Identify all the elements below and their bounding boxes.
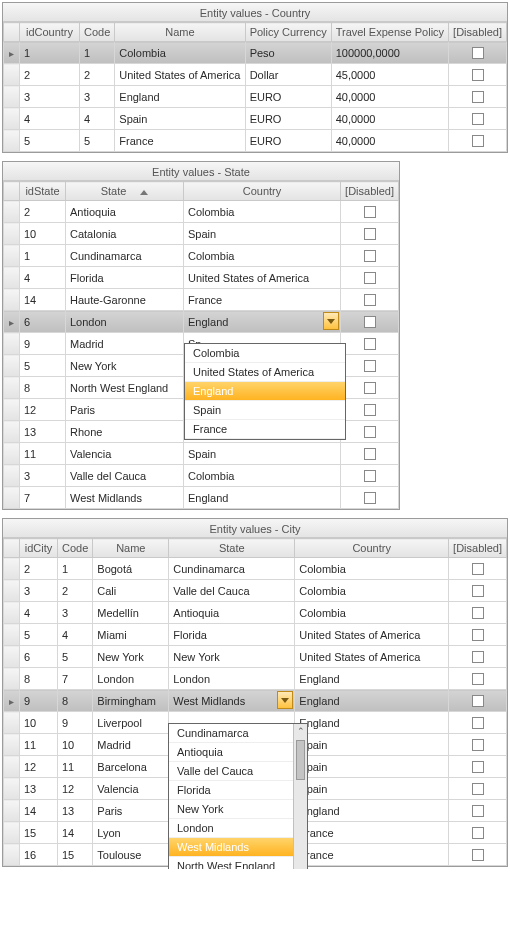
cell-code[interactable]: 12: [58, 778, 93, 800]
table-row[interactable]: 22United States of AmericaDollar45,0000: [4, 64, 507, 86]
row-selector[interactable]: [4, 86, 20, 108]
table-row[interactable]: 21BogotáCundinamarcaColombia: [4, 558, 507, 580]
cell-id[interactable]: 3: [20, 86, 80, 108]
checkbox[interactable]: [472, 47, 484, 59]
cell-code[interactable]: 5: [58, 646, 93, 668]
cell-id[interactable]: 5: [20, 355, 66, 377]
col-disabled[interactable]: [Disabled]: [341, 182, 399, 201]
scroll-down-icon[interactable]: ⌄: [294, 862, 307, 869]
cell-id[interactable]: 14: [20, 289, 66, 311]
cell-country[interactable]: Spain: [184, 443, 341, 465]
scroll-up-icon[interactable]: ⌃: [294, 724, 307, 738]
row-selector[interactable]: [4, 602, 20, 624]
cell-country[interactable]: Spain: [295, 734, 449, 756]
cell-disabled[interactable]: [341, 201, 399, 223]
cell-country[interactable]: France: [295, 822, 449, 844]
cell-code[interactable]: 4: [58, 624, 93, 646]
cell-state[interactable]: Cundinamarca: [66, 245, 184, 267]
cell-state[interactable]: New York: [66, 355, 184, 377]
cell-country[interactable]: England: [184, 311, 341, 333]
dropdown-option[interactable]: France: [185, 420, 345, 439]
cell-disabled[interactable]: [341, 333, 399, 355]
row-selector[interactable]: [4, 624, 20, 646]
cell-state[interactable]: Florida: [66, 267, 184, 289]
cell-id[interactable]: 5: [20, 624, 58, 646]
cell-disabled[interactable]: [449, 800, 507, 822]
col-idcountry[interactable]: idCountry: [20, 23, 80, 42]
cell-disabled[interactable]: [449, 108, 507, 130]
cell-name[interactable]: Cali: [93, 580, 169, 602]
cell-disabled[interactable]: [449, 690, 507, 712]
cell-state[interactable]: Florida: [169, 624, 295, 646]
cell-country[interactable]: Colombia: [184, 245, 341, 267]
dropdown-option[interactable]: West Midlands: [169, 838, 293, 857]
col-code[interactable]: Code: [80, 23, 115, 42]
cell-disabled[interactable]: [449, 756, 507, 778]
checkbox[interactable]: [472, 805, 484, 817]
cell-code[interactable]: 3: [80, 86, 115, 108]
checkbox[interactable]: [472, 69, 484, 81]
cell-id[interactable]: 10: [20, 712, 58, 734]
cell-country[interactable]: Colombia: [184, 465, 341, 487]
row-selector[interactable]: [4, 42, 20, 64]
row-selector[interactable]: [4, 377, 20, 399]
col-idstate[interactable]: idState: [20, 182, 66, 201]
table-row[interactable]: 54MiamiFloridaUnited States of America: [4, 624, 507, 646]
cell-disabled[interactable]: [449, 734, 507, 756]
cell-name[interactable]: Lyon: [93, 822, 169, 844]
cell-code[interactable]: 2: [58, 580, 93, 602]
col-name[interactable]: Name: [93, 539, 169, 558]
cell-disabled[interactable]: [449, 602, 507, 624]
checkbox[interactable]: [472, 585, 484, 597]
row-selector[interactable]: [4, 712, 20, 734]
table-row[interactable]: 11ColombiaPeso100000,0000: [4, 42, 507, 64]
checkbox[interactable]: [472, 629, 484, 641]
checkbox[interactable]: [364, 426, 376, 438]
cell-currency[interactable]: EURO: [245, 130, 331, 152]
checkbox[interactable]: [472, 91, 484, 103]
cell-id[interactable]: 4: [20, 108, 80, 130]
checkbox[interactable]: [472, 739, 484, 751]
cell-policy[interactable]: 40,0000: [331, 86, 448, 108]
cell-id[interactable]: 5: [20, 130, 80, 152]
cell-id[interactable]: 12: [20, 399, 66, 421]
checkbox[interactable]: [364, 448, 376, 460]
cell-disabled[interactable]: [341, 421, 399, 443]
cell-state[interactable]: Antioquia: [169, 602, 295, 624]
row-selector[interactable]: [4, 289, 20, 311]
table-row[interactable]: 43MedellínAntioquiaColombia: [4, 602, 507, 624]
checkbox[interactable]: [364, 492, 376, 504]
dropdown-option[interactable]: United States of America: [185, 363, 345, 382]
table-row[interactable]: 44SpainEURO40,0000: [4, 108, 507, 130]
checkbox[interactable]: [364, 404, 376, 416]
cell-disabled[interactable]: [449, 668, 507, 690]
cell-name[interactable]: Colombia: [115, 42, 245, 64]
row-selector[interactable]: [4, 333, 20, 355]
dropdown-option[interactable]: Spain: [185, 401, 345, 420]
cell-country[interactable]: England: [295, 800, 449, 822]
country-table[interactable]: idCountry Code Name Policy Currency Trav…: [3, 22, 507, 152]
table-row[interactable]: 10CataloniaSpain: [4, 223, 399, 245]
table-row[interactable]: 98BirminghamWest MidlandsEngland: [4, 690, 507, 712]
cell-currency[interactable]: Peso: [245, 42, 331, 64]
row-selector[interactable]: [4, 223, 20, 245]
row-selector[interactable]: [4, 245, 20, 267]
row-selector[interactable]: [4, 201, 20, 223]
table-row[interactable]: 14Haute-GaronneFrance: [4, 289, 399, 311]
cell-country[interactable]: France: [184, 289, 341, 311]
scroll-thumb[interactable]: [296, 740, 305, 780]
row-selector[interactable]: [4, 465, 20, 487]
cell-disabled[interactable]: [341, 443, 399, 465]
row-selector[interactable]: [4, 756, 20, 778]
cell-disabled[interactable]: [341, 377, 399, 399]
table-row[interactable]: 3Valle del CaucaColombia: [4, 465, 399, 487]
cell-country[interactable]: England: [184, 487, 341, 509]
cell-disabled[interactable]: [341, 223, 399, 245]
checkbox[interactable]: [364, 250, 376, 262]
checkbox[interactable]: [364, 360, 376, 372]
checkbox[interactable]: [472, 695, 484, 707]
cell-id[interactable]: 13: [20, 778, 58, 800]
row-selector[interactable]: [4, 130, 20, 152]
row-selector[interactable]: [4, 690, 20, 712]
cell-id[interactable]: 11: [20, 734, 58, 756]
